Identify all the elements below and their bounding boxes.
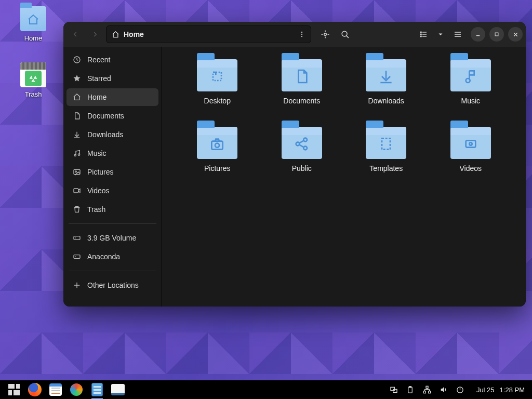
view-list-button[interactable] (415, 25, 432, 43)
svg-rect-8 (422, 34, 427, 34)
firefox-launcher[interactable] (26, 382, 44, 397)
power-icon (456, 386, 464, 394)
path-bar[interactable]: Home (106, 25, 311, 43)
sidebar-item-videos[interactable]: Videos (66, 182, 158, 200)
clipboard-icon (406, 386, 414, 394)
applications-menu-button[interactable] (5, 382, 23, 397)
hamburger-menu-button[interactable] (449, 25, 467, 43)
kebab-icon (298, 31, 305, 38)
clock[interactable]: Jul 25 1:28 PM (476, 386, 525, 394)
workspace-indicator[interactable] (387, 382, 401, 397)
power-indicator[interactable] (454, 382, 467, 397)
sidebar-item-label: Documents (87, 112, 124, 120)
software-launcher[interactable] (68, 382, 85, 397)
svg-rect-18 (429, 391, 431, 393)
recycle-icon (25, 71, 42, 86)
caret-down-icon (437, 31, 444, 37)
forward-button[interactable] (86, 25, 104, 43)
home-desktop-icon[interactable]: Home (10, 6, 56, 42)
folder-desktop[interactable]: Desktop (178, 56, 257, 106)
folder-icon (450, 59, 491, 91)
files-launcher[interactable] (88, 382, 106, 397)
hamburger-icon (454, 30, 462, 38)
clipboard-indicator[interactable] (404, 382, 417, 397)
sidebar-item-downloads[interactable]: Downloads (66, 126, 158, 143)
sidebar-item-label: Videos (87, 187, 110, 195)
folder-icon (197, 127, 237, 159)
folder-icon (282, 59, 322, 91)
svg-rect-6 (422, 32, 427, 32)
volume-icon (440, 385, 448, 394)
folder-templates[interactable]: Templates (347, 124, 426, 174)
folder-documents[interactable]: Documents (262, 56, 342, 106)
sidebar-item-starred[interactable]: Starred (66, 70, 158, 87)
sidebar-item-other-locations[interactable]: Other Locations (66, 276, 158, 294)
sidebar-item-trash[interactable]: Trash (66, 201, 158, 218)
back-button[interactable] (66, 25, 84, 43)
home-icon (112, 31, 119, 38)
sidebar-item-label: Music (87, 149, 107, 157)
maximize-button[interactable] (489, 27, 504, 42)
location-button[interactable] (316, 25, 334, 43)
svg-point-3 (324, 33, 327, 36)
minimize-icon (475, 32, 481, 37)
sidebar-item-label: Other Locations (87, 281, 139, 289)
sidebar-item-label: Pictures (87, 168, 114, 176)
svg-rect-7 (420, 34, 422, 35)
svg-rect-9 (420, 36, 422, 37)
close-button[interactable] (508, 27, 523, 42)
star-icon (73, 74, 81, 83)
view-dropdown-button[interactable] (434, 25, 447, 43)
sidebar-item-recent[interactable]: Recent (66, 51, 158, 69)
clock-icon (73, 56, 81, 64)
vid-icon (450, 129, 491, 159)
desktop-icon-label: Trash (10, 90, 56, 98)
time-label: 1:28 PM (500, 386, 525, 394)
svg-rect-12 (391, 387, 394, 390)
desktop-icon-label: Home (10, 34, 56, 42)
folder-music[interactable]: Music (431, 56, 511, 106)
folder-icon (366, 127, 406, 159)
pic-icon (197, 129, 237, 159)
sidebar-item-volume[interactable]: 3.9 GB Volume (66, 229, 158, 247)
search-icon (341, 30, 350, 39)
sidebar-item-pictures[interactable]: Pictures (66, 163, 158, 181)
svg-rect-5 (420, 32, 422, 33)
sidebar-item-home[interactable]: Home (66, 88, 158, 106)
date-label: Jul 25 (476, 386, 495, 394)
firefox-icon (28, 383, 42, 396)
sidebar-item-label: Anaconda (87, 252, 120, 261)
path-menu-button[interactable] (295, 28, 309, 41)
sidebar-item-music[interactable]: Music (66, 144, 158, 162)
calendar-launcher[interactable] (47, 382, 64, 397)
folder-label: Videos (459, 164, 482, 172)
svg-point-2 (301, 36, 302, 37)
folder-label: Music (461, 97, 480, 105)
minimize-button[interactable] (471, 27, 485, 42)
trash-icon (73, 205, 81, 214)
folder-downloads[interactable]: Downloads (347, 56, 426, 106)
terminal-launcher[interactable] (109, 382, 127, 397)
desktop-root: Home Trash Home (0, 0, 532, 399)
tmpl-icon (366, 129, 406, 159)
folder-public[interactable]: Public (262, 124, 342, 174)
folder-icon (366, 59, 406, 91)
plus-icon (73, 281, 81, 289)
swirl-icon (70, 383, 83, 396)
content-area: DesktopDocumentsDownloadsMusicPicturesPu… (162, 47, 526, 307)
list-icon (419, 30, 428, 38)
trash-desktop-icon[interactable]: Trash (10, 62, 56, 98)
network-indicator[interactable] (420, 382, 434, 397)
volume-indicator[interactable] (437, 382, 450, 397)
search-button[interactable] (336, 25, 354, 43)
down-icon (366, 61, 406, 91)
folder-videos[interactable]: Videos (431, 124, 511, 174)
folder-pictures[interactable]: Pictures (178, 124, 257, 174)
sidebar: RecentStarredHomeDocumentsDownloadsMusic… (63, 47, 162, 307)
sidebar-item-label: Starred (87, 74, 111, 83)
sidebar-item-documents[interactable]: Documents (66, 107, 158, 125)
sidebar-item-anaconda[interactable]: Anaconda (66, 248, 158, 265)
music-icon (73, 149, 81, 157)
target-icon (321, 30, 330, 39)
svg-point-0 (301, 32, 302, 33)
